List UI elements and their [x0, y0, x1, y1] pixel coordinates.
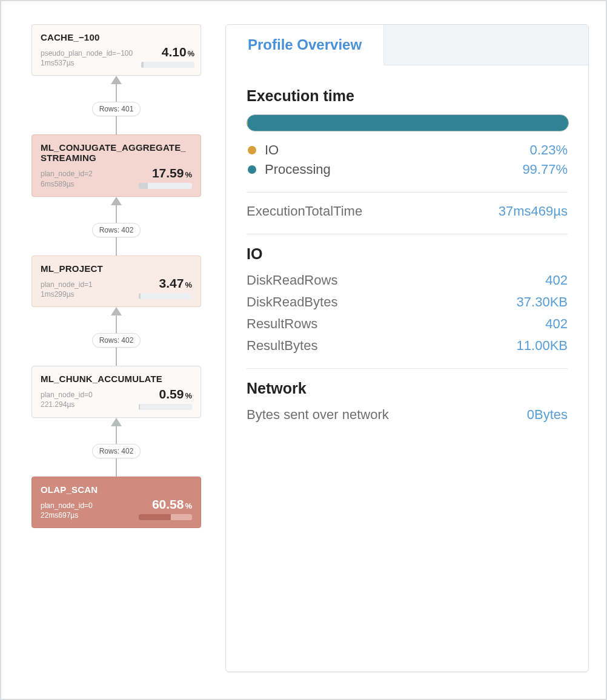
plan-edge: Rows: 402 [25, 197, 207, 256]
plan-node-bar [139, 404, 192, 410]
plan-node-title: CACHE_−100 [41, 32, 192, 42]
section-heading-network: Network [247, 380, 568, 397]
plan-node[interactable]: ML_CONJUGATE_AGGREGATE_STREAMING plan_no… [32, 134, 201, 196]
execution-legend: IO 0.23% Processing 99.77% [248, 142, 568, 177]
legend-row-processing: Processing 99.77% [248, 162, 568, 177]
plan-edge: Rows: 401 [25, 76, 207, 134]
kv-value: 402 [545, 316, 568, 332]
plan-node[interactable]: ML_CHUNK_ACCUMULATE plan_node_id=0 221.2… [32, 366, 201, 417]
panel-tabs: Profile Overview [226, 25, 588, 65]
arrowhead-icon [111, 76, 122, 84]
kv-value: 402 [545, 272, 568, 288]
arrowhead-icon [111, 197, 122, 205]
execution-time-bar-io [247, 115, 248, 131]
plan-node[interactable]: OLAP_SCAN plan_node_id=0 22ms697µs 60.58… [32, 477, 201, 528]
divider [247, 234, 568, 234]
arrowhead-icon [111, 418, 122, 426]
plan-node-title: OLAP_SCAN [41, 484, 192, 495]
profile-overview-panel: Profile Overview Execution time IO 0.23%… [225, 24, 589, 672]
kv-value: 11.00KB [517, 338, 568, 354]
divider [247, 368, 568, 369]
divider [247, 192, 568, 193]
plan-node-bar [139, 514, 192, 520]
plan-node[interactable]: CACHE_−100 pseudo_plan_node_id=−100 1ms5… [32, 24, 201, 76]
tab-profile-overview[interactable]: Profile Overview [226, 25, 384, 65]
section-heading-io: IO [247, 245, 568, 263]
section-heading-execution: Execution time [247, 87, 568, 105]
kv-value: 0Bytes [527, 407, 568, 423]
kv-value: 37.30KB [517, 294, 568, 310]
plan-node-meta: plan_node_id=0 221.294µs [41, 390, 93, 409]
kv-execution-total-time: ExecutionTotalTime 37ms469µs [247, 203, 568, 219]
kv-label: ResultRows [247, 316, 317, 332]
edge-row-count: Rows: 402 [92, 223, 141, 237]
edge-row-count: Rows: 401 [92, 102, 141, 116]
plan-node-bar [141, 62, 194, 68]
kv-disk-read-rows: DiskReadRows 402 [247, 272, 568, 288]
plan-node-percent: 60.58% [136, 498, 192, 520]
kv-label: ResultBytes [247, 338, 317, 354]
kv-disk-read-bytes: DiskReadBytes 37.30KB [247, 294, 568, 310]
plan-node-meta: plan_node_id=2 6ms589µs [41, 169, 93, 188]
kv-label: DiskReadBytes [247, 294, 337, 310]
legend-value: 0.23% [530, 142, 568, 158]
kv-result-rows: ResultRows 402 [247, 316, 568, 332]
plan-node-meta: plan_node_id=0 22ms697µs [41, 501, 93, 520]
plan-edge: Rows: 402 [25, 418, 207, 477]
plan-node-bar [139, 293, 192, 299]
plan-node-percent: 4.10% [139, 45, 194, 68]
kv-bytes-sent: Bytes sent over network 0Bytes [247, 407, 568, 423]
plan-tree: CACHE_−100 pseudo_plan_node_id=−100 1ms5… [25, 24, 207, 528]
edge-row-count: Rows: 402 [92, 444, 141, 458]
dot-icon [248, 165, 256, 174]
arrowhead-icon [111, 307, 122, 315]
legend-row-io: IO 0.23% [248, 142, 568, 158]
edge-row-count: Rows: 402 [92, 333, 141, 348]
plan-node-meta: plan_node_id=1 1ms299µs [41, 280, 93, 299]
kv-label: DiskReadRows [247, 272, 337, 288]
plan-node[interactable]: ML_PROJECT plan_node_id=1 1ms299µs 3.47% [32, 256, 201, 307]
plan-node-title: ML_CONJUGATE_AGGREGATE_STREAMING [41, 142, 192, 163]
plan-node-title: ML_CHUNK_ACCUMULATE [41, 374, 192, 384]
legend-label: IO [265, 142, 279, 158]
execution-time-bar [247, 114, 569, 131]
plan-edge: Rows: 402 [25, 307, 207, 366]
kv-result-bytes: ResultBytes 11.00KB [247, 338, 568, 354]
dot-icon [248, 146, 256, 154]
plan-node-meta: pseudo_plan_node_id=−100 1ms537µs [41, 48, 133, 68]
plan-node-percent: 0.59% [136, 388, 192, 410]
legend-value: 99.77% [522, 162, 568, 177]
kv-value: 37ms469µs [499, 203, 568, 219]
plan-node-percent: 3.47% [136, 277, 192, 299]
plan-node-title: ML_PROJECT [41, 263, 192, 274]
plan-node-bar [139, 183, 192, 189]
kv-label: ExecutionTotalTime [247, 203, 362, 219]
kv-label: Bytes sent over network [247, 407, 389, 423]
plan-node-percent: 17.59% [136, 167, 192, 189]
legend-label: Processing [265, 162, 331, 177]
